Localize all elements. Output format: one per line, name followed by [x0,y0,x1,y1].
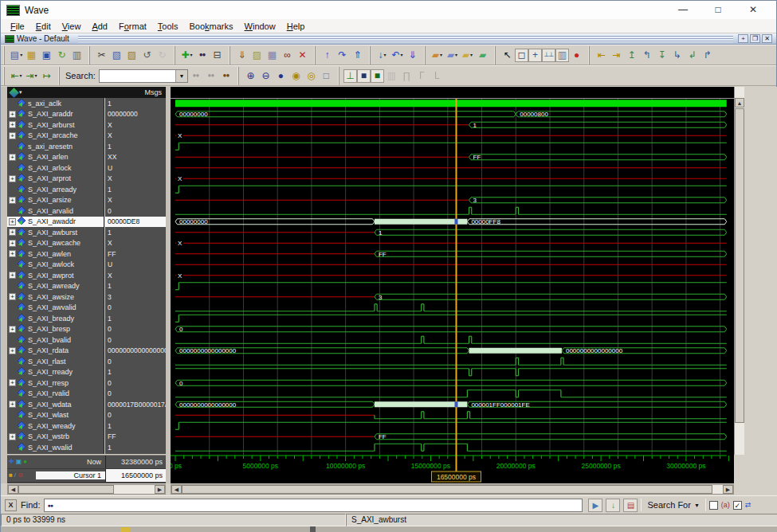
signal-row-S_AXI_wstrb[interactable]: +S_AXI_wstrb [7,432,104,443]
signal-value-S_AXI_awprot[interactable]: X [105,270,166,281]
pane-close-button[interactable]: ✕ [762,34,772,43]
stop-button[interactable]: ● [569,47,584,63]
prev-falling-edge-button[interactable]: ↳ [669,47,685,63]
signal-value-S_AXI_awsize[interactable]: 3 [105,291,166,303]
lock-cursor-icon[interactable]: ■ [9,472,13,479]
expand-plus-icon[interactable]: + [9,121,16,128]
signal-row-S_AXI_arvalid[interactable]: +S_AXI_arvalid [7,205,104,217]
search-prev-button[interactable]: ●● [188,68,203,84]
signal-row-S_AXI_arready[interactable]: +S_AXI_arready [7,184,104,195]
collapse-edge-button[interactable]: ↱ [700,47,715,63]
signal-row-S_AXI_arlock[interactable]: +S_AXI_arlock [7,162,104,174]
menu-add[interactable]: Add [86,21,113,32]
wave-scroll-left-arrow[interactable]: ◀ [171,485,182,494]
signal-row-s_axi_aresetn[interactable]: +s_axi_aresetn [7,141,104,152]
signal-row-S_AXI_awprot[interactable]: +S_AXI_awprot [7,270,104,281]
zoom-mode-button[interactable]: ◻ [515,49,528,62]
signal-value-S_AXI_awcache[interactable]: X [105,238,166,249]
signal-row-S_AXI_wdata[interactable]: +S_AXI_wdata [7,399,104,410]
menu-tools[interactable]: Tools [152,21,184,32]
expand-plus-icon[interactable]: + [9,293,16,300]
signal-row-S_AXI_rdata[interactable]: +S_AXI_rdata [7,346,104,357]
clipboard-view-button[interactable]: ▨ [249,47,265,63]
wave-scroll-thumb[interactable] [182,485,712,494]
insert-cursor-button[interactable]: ⊥ [343,69,357,83]
waveform-canvas[interactable]: 00000000000008001XFFX30000000000000FF81X… [171,87,734,455]
signal-value-S_AXI_rready[interactable]: 1 [105,367,166,378]
signal-value-S_AXI_awready[interactable]: 1 [105,281,166,292]
signal-value-S_AXI_arvalid[interactable]: 0 [105,205,166,217]
pane-header[interactable]: Wave - Default +❐✕ [1,33,776,45]
cursor-mode-button[interactable]: ⊥⊥ [542,49,555,62]
sync-cursors-button[interactable]: ■ [371,69,384,83]
waveform-area[interactable]: 00000000000008001XFFX30000000000000FF81X… [171,87,734,455]
prev-transition-button[interactable]: ⇤ [594,47,609,63]
expand-plus-icon[interactable]: + [9,250,16,257]
signal-row-s_axi_aclk[interactable]: +s_axi_aclk [7,98,104,109]
virtual-edit-button[interactable]: ▥ [555,49,569,62]
next-view-button[interactable]: ↶▾ [390,47,405,63]
pane-expand-button[interactable]: + [738,34,748,43]
cut-button[interactable]: ✂ [94,47,109,63]
signal-row-S_AXI_bready[interactable]: +S_AXI_bready [7,313,104,324]
search-marker-button[interactable]: ↦ [39,68,54,84]
signal-value-S_AXI_wstrb[interactable]: FF [105,432,166,443]
menu-help[interactable]: Help [281,21,311,32]
view-mini-icon[interactable]: ▣ [16,459,22,465]
maximize-button[interactable]: □ [700,2,736,18]
signal-value-S_AXI_bresp[interactable]: 0 [105,324,166,335]
signal-value-S_AXI_araddr[interactable]: 00000000 [105,109,166,120]
insert-cursor-mini-icon[interactable]: ✚ [9,459,14,465]
undo-button[interactable]: ↺ [139,47,155,63]
expand-edge-button[interactable]: ↲ [685,47,700,63]
paste-button[interactable]: ▨ [124,47,139,63]
find-button[interactable]: ●● [194,47,210,63]
expand-plus-icon[interactable]: + [9,132,16,139]
expand-plus-icon[interactable]: + [9,197,16,204]
delete-button[interactable]: ✕ [295,47,310,63]
cursor-label[interactable]: Cursor 1 [36,471,105,479]
next-transition-button[interactable]: ⇥ [609,47,624,63]
signal-row-S_AXI_wvalid[interactable]: +S_AXI_wvalid [7,442,104,453]
signal-row-S_AXI_wready[interactable]: +S_AXI_wready [7,421,104,432]
expand-plus-icon[interactable]: + [9,240,16,247]
wave-horizontal-scrollbar[interactable]: ◀ ▶ [171,484,734,495]
signal-row-S_AXI_rlast[interactable]: +S_AXI_rlast [7,356,104,367]
signal-value-S_AXI_wdata[interactable]: 0000017B0000017A [105,399,166,410]
wave-edit-button[interactable]: ▰ [475,47,490,63]
signal-value-S_AXI_bready[interactable]: 1 [105,313,166,324]
signal-value-S_AXI_arready[interactable]: 1 [105,184,166,195]
signal-row-S_AXI_arcache[interactable]: +S_AXI_arcache [7,131,104,142]
expand-plus-icon[interactable]: + [9,229,16,236]
cursor-row[interactable]: ■/⊖ Cursor 1 16500000 ps [7,469,166,483]
timeline-ruler[interactable]: 0 ps5000000 ps10000000 ps15000000 ps2000… [171,455,734,483]
zoom-out-button[interactable]: ⊖ [258,68,273,84]
wrap-search-checkbox[interactable]: ✓ [733,501,742,510]
log-wave-button[interactable]: ⇓ [234,47,249,63]
menu-format[interactable]: Format [113,21,152,32]
delete-cursor-icon[interactable]: ⊖ [18,472,23,479]
next-falling-edge-button[interactable]: ↧ [654,47,669,63]
zoom-mode-select-button[interactable]: □ [319,68,334,84]
signal-row-S_AXI_wlast[interactable]: +S_AXI_wlast [7,410,104,421]
signal-row-S_AXI_arprot[interactable]: +S_AXI_arprot [7,174,104,185]
signal-value-S_AXI_awaddr[interactable]: 00000DE8 [105,217,166,228]
signal-value-S_AXI_arprot[interactable]: X [105,174,166,185]
redo-button[interactable]: ↻ [155,47,170,63]
move-up-button[interactable]: ⇑ [350,47,365,63]
signal-row-S_AXI_awlen[interactable]: +S_AXI_awlen [7,248,104,260]
chevron-down-icon[interactable]: ▾ [19,89,22,96]
signal-row-S_AXI_arsize[interactable]: +S_AXI_arsize [7,195,104,206]
add-mini-icon[interactable]: ● [23,459,27,465]
lock-cursor-button[interactable]: ■ [357,69,371,83]
expand-plus-icon[interactable]: + [9,175,16,182]
signal-value-S_AXI_awvalid[interactable]: 0 [105,303,166,314]
signal-value-S_AXI_rdata[interactable]: 0000000000000000 [105,346,166,357]
signal-value-S_AXI_awlen[interactable]: FF [105,248,166,260]
find-all-button[interactable]: ↓ [606,499,620,512]
names-scroll-thumb[interactable] [18,485,114,494]
move-down-button[interactable]: ⇓ [405,47,420,63]
examine-button[interactable]: ∞ [280,47,295,63]
expanded-time-off-button[interactable]: ∏ [399,68,414,84]
select-mode-button[interactable]: ↖ [500,47,515,63]
